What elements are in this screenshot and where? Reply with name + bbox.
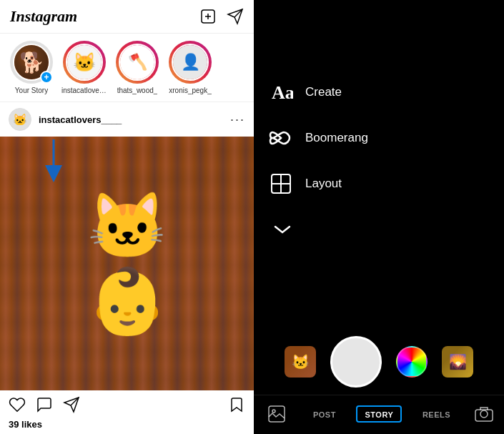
new-post-button[interactable]: [199, 8, 217, 25]
post-header-wrapper: 🐱 instacatlovers____ ···: [0, 102, 254, 137]
story-label: thats_wood_: [117, 87, 158, 94]
story-item-thats-wood[interactable]: 🪓 thats_wood_: [114, 41, 160, 94]
likes-count: 39 likes: [0, 419, 254, 430]
boomerang-label: Boomerang: [305, 131, 368, 145]
share-button[interactable]: [63, 396, 80, 413]
infinity-icon: [268, 125, 294, 151]
header: Instagram: [0, 0, 254, 34]
layout-menu-item[interactable]: Layout: [268, 171, 490, 197]
post-options-button[interactable]: ···: [230, 112, 245, 127]
svg-point-9: [272, 410, 275, 413]
story-item-xronis-pegk[interactable]: 👤 xronis_pegk_: [167, 41, 213, 94]
gallery-button[interactable]: 🐱: [285, 346, 316, 378]
color-wheel-button[interactable]: [396, 346, 428, 378]
post-image: 🐱👶: [0, 137, 254, 390]
post-actions: [0, 390, 254, 419]
camera-area: Aa Create Boomerang Layout: [254, 0, 504, 322]
camera-controls-row: 🐱 🌄: [254, 329, 504, 395]
gallery-tab-icon[interactable]: [261, 401, 292, 427]
flip-camera-button[interactable]: [471, 401, 497, 427]
story-avatar: 🐱: [66, 44, 103, 81]
header-icons: [199, 8, 244, 25]
text-icon: Aa: [268, 79, 294, 105]
comment-button[interactable]: [36, 396, 53, 413]
app-logo: Instagram: [10, 7, 77, 26]
story-item-your-story[interactable]: + Your Story: [9, 41, 54, 94]
post-tab-label: POST: [313, 410, 336, 419]
svg-rect-11: [475, 410, 493, 421]
bottom-tabs: POST STORY REELS: [254, 395, 504, 434]
post-username: instacatlovers____: [39, 114, 223, 125]
boomerang-menu-item[interactable]: Boomerang: [268, 125, 490, 151]
more-options-button[interactable]: [270, 217, 490, 242]
bookmark-button[interactable]: [228, 396, 245, 413]
add-story-badge: +: [40, 71, 53, 84]
layout-icon: [268, 171, 294, 197]
svg-text:Aa: Aa: [272, 82, 293, 103]
post-image-content: 🐱👶: [0, 137, 254, 390]
story-avatar: 👤: [172, 44, 209, 81]
story-avatar: 🪓: [119, 44, 156, 81]
like-button[interactable]: [9, 396, 26, 413]
create-label: Create: [305, 85, 342, 99]
svg-point-10: [480, 410, 488, 418]
tab-story[interactable]: STORY: [356, 405, 402, 423]
chevron-down-icon: [270, 217, 295, 242]
story-item-instacatlovers[interactable]: 🐱 instacatlovers___: [61, 41, 107, 94]
stories-row: + Your Story 🐱 instacatlovers___ 🪓: [0, 34, 254, 102]
tab-post[interactable]: POST: [307, 406, 342, 422]
story-ring: 🐱: [63, 41, 106, 84]
filter-button[interactable]: 🌄: [442, 346, 473, 378]
reels-tab-label: REELS: [423, 410, 450, 419]
left-panel: Instagram: [0, 0, 254, 434]
story-label: xronis_pegk_: [169, 87, 211, 94]
story-ring: 👤: [169, 41, 212, 84]
post-header: 🐱 instacatlovers____ ···: [0, 102, 254, 137]
shutter-button[interactable]: [330, 336, 382, 388]
tab-reels[interactable]: REELS: [417, 406, 456, 422]
story-tab-label: STORY: [365, 410, 393, 419]
camera-bottom: 🐱 🌄 POST STORY: [254, 322, 504, 434]
layout-label: Layout: [305, 177, 342, 191]
send-button[interactable]: [227, 8, 244, 25]
post-avatar: 🐱: [9, 108, 31, 131]
animals-display: 🐱👶: [87, 189, 167, 339]
story-ring: 🪓: [116, 41, 159, 84]
right-panel: Aa Create Boomerang Layout: [254, 0, 504, 434]
story-label: Your Story: [15, 87, 48, 94]
create-menu-item[interactable]: Aa Create: [268, 79, 490, 105]
story-label: instacatlovers___: [61, 87, 107, 94]
